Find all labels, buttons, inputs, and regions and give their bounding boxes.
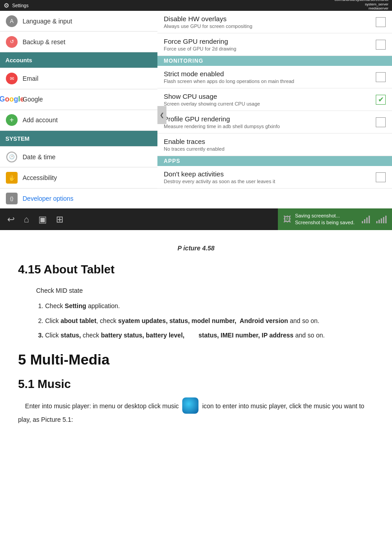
sidebar-item-accessibility[interactable]: ✋ Accessibility [0,167,157,188]
apps-divider: APPS [157,156,392,166]
sidebar-item-language[interactable]: A Language & input [0,11,157,32]
enable-traces-title: Enable traces [164,138,386,145]
section-51-text1: Enter into music player: in menu or desk… [25,402,181,409]
top-items: Disable HW overlays Always use GPU for s… [157,11,392,56]
nav-screenshot-saving: 🖼 Saving screenshot... Screenshot is bei… [278,208,392,230]
accounts-label: Accounts [5,57,32,64]
email-icon: ✉ [5,72,18,85]
sidebar-label-date: Date & time [23,153,55,161]
step-2-bold2: syatem updates, status, model number, An… [118,317,288,324]
force-gpu-title: Force GPU rendering [164,37,372,45]
dont-keep-checkbox[interactable] [376,172,386,182]
sidebar-label-email: Email [23,75,38,82]
monitoring-divider: MONITORING [157,56,392,66]
setting-show-cpu[interactable]: Show CPU usage Screen overlay showing cu… [157,88,392,111]
apps-label: APPS [164,158,180,164]
main-area: A Language & input ↺ Backup & reset Acco… [0,11,392,230]
accessibility-icon: ✋ [5,171,18,184]
profile-gpu-title: Profile GPU rendering [164,115,372,123]
step-2-bold1: about tablet [60,317,96,324]
date-icon: 🕐 [5,151,18,163]
section-415-intro: Check MID state [36,286,374,295]
show-cpu-title: Show CPU usage [164,92,372,100]
sidebar-item-google[interactable]: Google Google [0,89,157,110]
dont-keep-title: Don't keep activities [164,170,372,178]
step-3: Click status, check battery status, batt… [45,330,374,340]
step-1: Check Setting application. [45,301,374,311]
add-account-icon: + [5,114,18,126]
section-415-steps: Check Setting application. Click about t… [45,301,374,340]
settings-icon-small: ⚙ [4,2,9,9]
picture-caption: P icture 4.58 [18,245,374,252]
app-title-status: Settings [12,3,28,8]
setting-enable-traces[interactable]: Enable traces No traces currently enable… [157,134,392,156]
disable-hw-checkbox[interactable] [376,17,386,27]
thumbnail-icon: 🖼 [283,215,291,224]
show-cpu-subtitle: Screen overlay showing current CPU usage [164,101,372,106]
home-icon[interactable]: ⌂ [24,214,29,225]
saving-subtitle: Screenshot is being saved. [295,219,355,226]
sidebar-label-backup: Backup & reset [23,38,65,46]
step-3-bold2: battery status, battery level, status, I… [101,332,294,339]
strict-mode-subtitle: Flash screen when apps do long operation… [164,78,372,84]
sidebar-label-accessibility: Accessibility [23,174,57,181]
sidebar-item-email[interactable]: ✉ Email [0,68,157,89]
sidebar: A Language & input ↺ Backup & reset Acco… [0,11,157,230]
disable-hw-title: Disable HW overlays [164,15,372,23]
profile-gpu-subtitle: Measure rendering time in adb shell dump… [164,124,372,129]
picture-caption-text: P icture 4.58 [178,245,215,252]
document-area: P icture 4.58 4.15 About Tablet Check MI… [0,230,392,448]
section-415-title: 4.15 About Tablet [18,263,374,277]
profile-gpu-checkbox[interactable] [376,117,386,127]
sidebar-section-system: SYSTEM [0,131,157,147]
chapter-5-title: 5 Multi-Media [18,351,374,368]
sidebar-section-accounts: Accounts [0,52,157,68]
language-icon: A [5,15,18,28]
step-2: Click about tablet, check syatem updates… [45,316,374,326]
status-bar: ⚙ Settings 5:42 com.android.systemui.scr… [0,0,392,11]
monitoring-label: MONITORING [164,58,203,64]
setting-profile-gpu[interactable]: Profile GPU rendering Measure rendering … [157,111,392,134]
screenshot-icon[interactable]: ⊞ [56,214,64,225]
sidebar-item-add-account[interactable]: + Add account [0,110,157,131]
nav-left: ↩ ⌂ ▣ ⊞ [0,214,278,225]
step-3-bold1: status, [60,332,81,339]
status-bar-left: ⚙ Settings [4,2,28,9]
sidebar-item-date[interactable]: 🕐 Date & time [0,147,157,167]
screenshot-area: ⚙ Settings 5:42 com.android.systemui.scr… [0,0,392,230]
dont-keep-subtitle: Destroy every activity as soon as the us… [164,179,372,184]
setting-dont-keep[interactable]: Don't keep activities Destroy every acti… [157,166,392,189]
step-1-bold: Setting [65,302,86,309]
setting-disable-hw[interactable]: Disable HW overlays Always use GPU for s… [157,11,392,33]
back-icon[interactable]: ↩ [7,214,15,225]
saving-title: Saving screenshot... [295,212,355,219]
right-panel: Disable HW overlays Always use GPU for s… [157,11,392,230]
sidebar-label-developer: Developer options [23,195,74,202]
force-gpu-checkbox[interactable] [376,40,386,50]
sidebar-item-developer[interactable]: {} Developer options [0,189,157,209]
system-label: SYSTEM [5,135,29,142]
section-51-text: Enter into music player: in menu or desk… [18,398,374,425]
settings-scroll[interactable]: Disable HW overlays Always use GPU for s… [157,11,392,230]
force-gpu-subtitle: Force use of GPU for 2d drawing [164,46,372,51]
collapse-arrow[interactable]: ❮ [157,106,166,124]
recents-icon[interactable]: ▣ [38,214,47,225]
strict-mode-checkbox[interactable] [376,72,386,82]
backup-icon: ↺ [5,36,18,48]
music-app-icon [182,397,198,414]
saving-text: Saving screenshot... Screenshot is being… [295,212,355,226]
sidebar-label-google: Google [23,96,43,103]
setting-force-gpu[interactable]: Force GPU rendering Force use of GPU for… [157,33,392,56]
sidebar-item-backup[interactable]: ↺ Backup & reset [0,32,157,52]
disable-hw-subtitle: Always use GPU for screen compositing [164,23,372,29]
setting-strict-mode[interactable]: Strict mode enabled Flash screen when ap… [157,66,392,88]
developer-icon: {} [5,192,18,205]
check-mark-icon: ✔ [378,95,384,104]
strict-mode-title: Strict mode enabled [164,70,372,78]
wifi-icon [362,216,370,223]
sidebar-label-language: Language & input [23,18,72,25]
nav-bar: ↩ ⌂ ▣ ⊞ 🖼 Saving screenshot... Screensho… [0,208,392,230]
show-cpu-checkbox[interactable]: ✔ [376,95,386,105]
google-icon: Google [5,93,18,106]
section-415-content: Check MID state Check Setting applicatio… [18,286,374,341]
